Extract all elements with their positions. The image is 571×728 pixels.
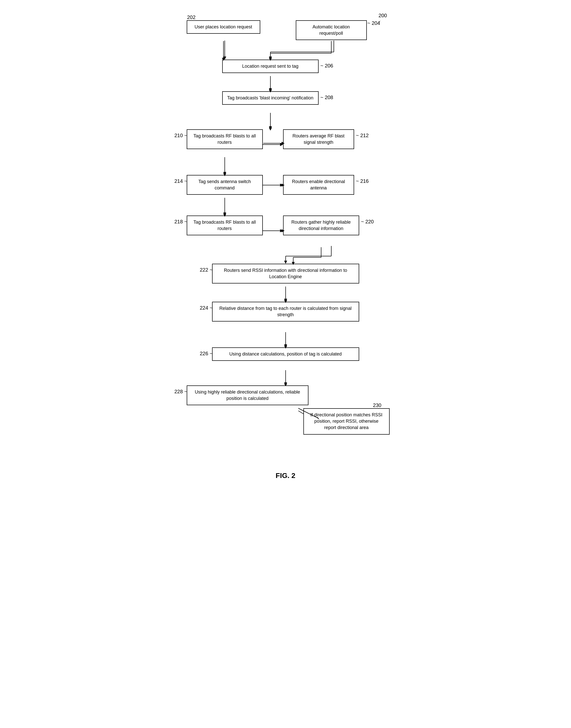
ref-228: 228 ~: [175, 388, 188, 395]
box-204: Automatic location request/poll ~ 204: [296, 20, 367, 40]
figure-label: FIG. 2: [172, 472, 400, 480]
box-206: Location request sent to tag ~ 206: [222, 59, 319, 73]
box-220: Routers gather highly reliable direction…: [283, 215, 359, 235]
box-214: 214 ~ Tag sends antenna switch command: [187, 175, 263, 195]
box-222: 222 ~ Routers send RSSI information with…: [212, 264, 359, 284]
svg-marker-23: [284, 261, 287, 264]
svg-marker-11: [280, 143, 283, 146]
box-230-text: If directional position matches RSSI pos…: [310, 412, 382, 430]
box-228-text: Using highly reliable directional calcul…: [195, 390, 300, 401]
box-220-text: Routers gather highly reliable direction…: [291, 220, 351, 231]
box-210-text: Tag broadcasts RF blasts to all routers: [193, 133, 256, 145]
box-224: 224 ~ Relative distance from tag to each…: [212, 302, 359, 321]
box-206-text: Location request sent to tag: [242, 64, 298, 69]
box-208-text: Tag broadcasts 'blast incoming' notifica…: [227, 95, 313, 101]
ref-220: ~ 220: [361, 218, 374, 225]
box-210: 210 ~ Tag broadcasts RF blasts to all ro…: [187, 129, 263, 149]
svg-marker-41: [269, 128, 272, 131]
box-222-text: Routers send RSSI information with direc…: [224, 268, 347, 279]
ref-210: 210 ~: [175, 132, 188, 139]
box-212-text: Routers average RF blast signal strength: [293, 133, 344, 145]
box-230: 230 If directional position matches RSSI…: [303, 408, 389, 435]
svg-marker-15: [280, 183, 283, 187]
box-218: 218 ~ Tag broadcasts RF blasts to all ro…: [187, 215, 263, 235]
box-226: 226 ~ Using distance calculations, posit…: [212, 347, 359, 361]
svg-marker-27: [284, 344, 287, 347]
svg-marker-7: [269, 88, 272, 91]
box-216-text: Routers enable directional antenna: [292, 179, 345, 190]
box-212: Routers average RF blast signal strength…: [283, 129, 354, 149]
svg-marker-5: [269, 56, 272, 59]
svg-marker-19: [280, 229, 283, 232]
ref-222: 222 ~: [200, 266, 213, 273]
box-226-text: Using distance calculations, position of…: [229, 351, 342, 356]
box-216: Routers enable directional antenna ~ 216: [283, 175, 354, 195]
ref-226: 226 ~: [200, 350, 213, 357]
svg-marker-9: [269, 126, 272, 129]
ref-224: 224 ~: [200, 304, 213, 311]
svg-marker-25: [284, 299, 287, 302]
ref-204: ~ 204: [367, 19, 380, 27]
ref-218: 218 ~: [175, 218, 188, 225]
box-224-text: Relative distance from tag to each route…: [219, 306, 352, 317]
box-218-text: Tag broadcasts RF blasts to all routers: [193, 220, 256, 231]
box-208: Tag broadcasts 'blast incoming' notifica…: [222, 91, 319, 105]
ref-208: ~ 208: [320, 94, 333, 101]
box-204-text: Automatic location request/poll: [313, 24, 350, 36]
svg-marker-29: [284, 383, 287, 386]
svg-marker-17: [223, 212, 226, 215]
ref-216: ~ 216: [356, 177, 369, 185]
ref-230: 230: [373, 402, 381, 409]
ref-212: ~ 212: [356, 132, 369, 139]
box-228: 228 ~ Using highly reliable directional …: [187, 386, 309, 405]
svg-marker-13: [223, 172, 226, 175]
box-214-text: Tag sends antenna switch command: [198, 179, 251, 190]
box-202: 202 User places location request: [187, 20, 260, 34]
ref-206: ~ 206: [320, 62, 333, 69]
svg-marker-1: [223, 56, 226, 59]
diagram-container: 200 ↑: [172, 10, 400, 480]
ref-214: 214 ~: [175, 177, 188, 185]
box-202-text: User places location request: [195, 24, 252, 29]
ref-202: 202: [187, 14, 196, 21]
